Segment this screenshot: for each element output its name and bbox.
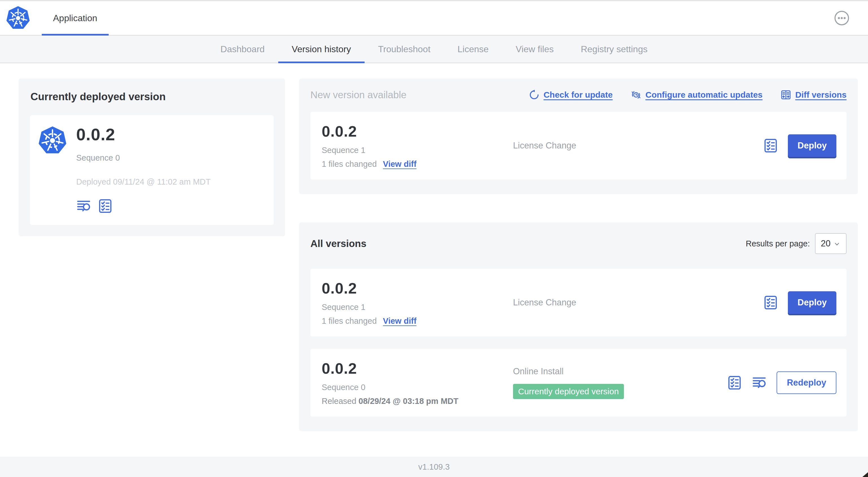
all-versions-title: All versions (310, 238, 366, 249)
files-changed-label: 1 files changed (322, 317, 377, 326)
page-footer: v1.109.3 (0, 457, 868, 477)
version-source-label: License Change (513, 141, 757, 151)
currently-deployed-title: Currently deployed version (30, 91, 274, 103)
configure-automatic-updates-label: Configure automatic updates (645, 90, 763, 100)
preflight-checklist-icon[interactable] (763, 295, 778, 310)
new-version-row: 0.0.2 Sequence 1 1 files changed View di… (310, 112, 846, 180)
configure-automatic-updates-link[interactable]: Configure automatic updates (631, 89, 763, 100)
all-versions-card: All versions Results per page: 20 0.0.2 … (299, 222, 858, 431)
version-row: 0.0.2 Sequence 1 1 files changed View di… (310, 269, 846, 336)
main-content: Currently deployed version 0.0.2 Sequenc… (0, 63, 868, 457)
diff-icon (780, 89, 791, 100)
diff-versions-link[interactable]: Diff versions (780, 89, 846, 100)
version-source-label: License Change (513, 297, 757, 308)
deploy-button[interactable]: Deploy (788, 291, 836, 314)
kubernetes-logo-icon (38, 126, 67, 155)
app-tab-label: Application (53, 13, 97, 23)
clock-refresh-icon (631, 89, 642, 100)
tab-registry-settings[interactable]: Registry settings (567, 35, 661, 63)
redeploy-button[interactable]: Redeploy (777, 371, 836, 394)
results-per-page-value: 20 (821, 239, 831, 249)
tab-version-history[interactable]: Version history (278, 35, 365, 63)
tab-troubleshoot[interactable]: Troubleshoot (365, 35, 444, 63)
results-per-page-label: Results per page: (746, 239, 810, 248)
kubernetes-logo-icon (6, 6, 30, 30)
files-changed-label: 1 files changed (322, 159, 377, 169)
new-version-title: New version available (310, 89, 406, 100)
new-version-card: New version available Check for update C… (299, 79, 858, 194)
version-number: 0.0.2 (322, 360, 505, 377)
app-header: Application (0, 1, 868, 35)
deploy-button[interactable]: Deploy (788, 135, 836, 157)
deploy-logs-icon[interactable] (76, 199, 91, 214)
versions-column: New version available Check for update C… (299, 79, 858, 431)
preflight-checklist-icon[interactable] (98, 199, 113, 214)
deployed-version-number: 0.0.2 (76, 125, 211, 144)
version-number: 0.0.2 (322, 122, 505, 140)
more-options-icon[interactable] (834, 10, 849, 26)
tab-dashboard[interactable]: Dashboard (207, 35, 278, 63)
preflight-checklist-icon[interactable] (727, 375, 742, 390)
view-diff-link[interactable]: View diff (383, 159, 416, 169)
page-navbar: Dashboard Version history Troubleshoot L… (0, 35, 868, 63)
app-tab[interactable]: Application (42, 1, 108, 35)
chevron-down-icon (833, 240, 841, 248)
version-row: 0.0.2 Sequence 0 Released 08/29/24 @ 03:… (310, 349, 846, 417)
check-for-update-link[interactable]: Check for update (529, 89, 613, 100)
deployed-version-tile: 0.0.2 Sequence 0 Deployed 09/11/24 @ 11:… (30, 115, 274, 225)
released-timestamp: Released 08/29/24 @ 03:18 pm MDT (322, 396, 505, 406)
console-version-label: v1.109.3 (418, 462, 450, 472)
sequence-label: Sequence 1 (322, 303, 505, 312)
deployed-sequence-label: Sequence 0 (76, 153, 211, 162)
preflight-checklist-icon[interactable] (763, 138, 778, 153)
deployed-timestamp: Deployed 09/11/24 @ 11:02 am MDT (76, 177, 211, 186)
results-per-page-select[interactable]: 20 (815, 233, 846, 254)
version-source-label: Online Install (513, 366, 721, 377)
currently-deployed-card: Currently deployed version 0.0.2 Sequenc… (19, 79, 285, 236)
check-for-update-label: Check for update (544, 90, 613, 100)
deploy-logs-icon[interactable] (752, 375, 767, 390)
currently-deployed-badge: Currently deployed version (513, 384, 624, 399)
tab-license[interactable]: License (444, 35, 502, 63)
version-number: 0.0.2 (322, 279, 505, 297)
sequence-label: Sequence 0 (322, 383, 505, 392)
sequence-label: Sequence 1 (322, 146, 505, 155)
view-diff-link[interactable]: View diff (383, 317, 416, 326)
diff-versions-label: Diff versions (795, 90, 846, 100)
refresh-icon (529, 89, 539, 100)
tab-view-files[interactable]: View files (502, 35, 567, 63)
